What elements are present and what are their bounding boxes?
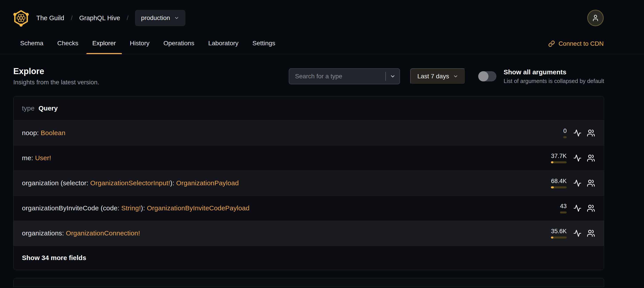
field-count-block: 0 [563,128,567,138]
main-content: Explore Insights from the latest version… [13,67,604,287]
user-avatar[interactable] [587,10,604,26]
page-title: Explore [13,67,99,76]
tab-checks[interactable]: Checks [52,34,84,54]
field-usage-bar-fill [551,161,553,163]
date-range-button[interactable]: Last 7 days [410,68,466,84]
field-signature: me: User! [22,154,51,162]
tab-settings[interactable]: Settings [246,34,281,54]
field-count-block: 43 [560,203,567,213]
users-icon[interactable] [587,154,595,162]
activity-pulse-icon[interactable] [573,204,582,212]
field-usage-bar [563,136,567,138]
field-count: 0 [563,128,567,134]
field-text: noop: [22,129,41,136]
tab-label: Operations [163,40,194,47]
field-text: me: [22,154,35,162]
field-usage: 43 [538,203,595,213]
chevron-down-icon [453,74,458,79]
tab-schema[interactable]: Schema [14,34,50,54]
hive-logo-icon[interactable] [12,9,30,27]
field-list: noop: Boolean 0 me: User! [14,121,604,246]
field-type-link[interactable]: User! [35,154,51,162]
field-count-column: 43 [538,203,567,213]
tab-label: Explorer [92,40,116,47]
field-usage-bar [560,211,567,213]
users-icon[interactable] [587,129,595,137]
field-count-column: 35.6K [538,228,567,238]
show-all-arguments-toggle[interactable] [478,71,496,81]
type-card-query: type Query noop: Boolean 0 me: [13,96,604,270]
field-text: organization (selector: [22,179,90,187]
users-icon[interactable] [587,179,595,187]
tab-label: Settings [252,40,275,47]
field-count-block: 35.6K [551,228,567,238]
tab-label: Laboratory [208,40,238,47]
field-row[interactable]: organization (selector: OrganizationSele… [14,171,604,196]
field-usage-bar-fill [551,186,554,188]
field-count-column: 68.4K [538,178,567,188]
toggle-hint: List of arguments is collapsed by defaul… [504,78,604,84]
field-count: 37.7K [551,153,567,160]
toolbar-controls: Last 7 days Show all arguments List of a… [289,68,604,84]
field-usage-bar [551,186,567,188]
chevron-down-icon [174,15,179,21]
page-subtitle: Insights from the latest version. [13,79,99,86]
field-text: ): [170,179,176,187]
field-signature: organizations: OrganizationConnection! [22,229,140,237]
link-icon [548,40,555,47]
breadcrumb-separator: / [127,15,128,22]
tab-bar-tabs: Schema Checks Explorer History Operation… [14,34,283,54]
field-row[interactable]: noop: Boolean 0 [14,121,604,146]
tab-label: Checks [58,40,78,47]
chevron-down-icon[interactable] [390,74,396,79]
field-usage: 37.7K [538,153,595,163]
field-type-link[interactable]: OrganizationByInviteCodePayload [147,204,250,212]
field-type-link[interactable]: String! [121,204,141,212]
field-signature: organization (selector: OrganizationSele… [22,179,239,187]
field-type-link[interactable]: OrganizationConnection! [66,229,140,237]
activity-pulse-icon[interactable] [573,229,582,237]
breadcrumb-org[interactable]: The Guild [36,15,64,22]
connect-to-cdn-label: Connect to CDN [558,40,604,47]
tab-operations[interactable]: Operations [157,34,200,54]
field-signature: noop: Boolean [22,129,66,137]
field-count: 35.6K [551,228,567,235]
type-search-input[interactable] [295,73,383,80]
field-type-link[interactable]: OrganizationSelectorInput! [90,179,170,187]
explore-heading-block: Explore Insights from the latest version… [13,67,99,86]
users-icon[interactable] [587,204,595,212]
type-search-combobox[interactable] [289,68,400,84]
field-row[interactable]: organizationByInviteCode (code: String!)… [14,196,604,221]
person-icon [592,14,599,22]
breadcrumb-project[interactable]: GraphQL Hive [79,15,120,22]
field-type-link[interactable]: OrganizationPayload [176,179,239,187]
tab-explorer[interactable]: Explorer [86,34,122,54]
field-usage-bar-fill [551,236,553,238]
type-kind-label: type [22,105,34,112]
field-count: 68.4K [551,178,567,185]
field-row[interactable]: me: User! 37.7K [14,146,604,171]
field-type-link[interactable]: Boolean [41,129,66,136]
explore-toolbar: Explore Insights from the latest version… [13,67,604,86]
target-selector-button[interactable]: production [135,10,186,26]
combobox-divider [386,72,386,81]
target-selector-value: production [141,15,170,22]
activity-pulse-icon[interactable] [573,179,582,187]
users-icon[interactable] [587,229,595,237]
field-count-block: 68.4K [551,178,567,188]
field-row[interactable]: organizations: OrganizationConnection! 3… [14,221,604,246]
field-count-column: 37.7K [538,153,567,163]
show-more-fields-button[interactable]: Show 34 more fields [14,246,604,270]
field-usage-bar [551,236,567,238]
field-text: organizationByInviteCode (code: [22,204,121,212]
tab-history[interactable]: History [124,34,156,54]
activity-pulse-icon[interactable] [573,129,582,137]
connect-to-cdn-button[interactable]: Connect to CDN [548,40,604,54]
tab-laboratory[interactable]: Laboratory [202,34,244,54]
next-type-card-stub [13,278,604,287]
date-range-value: Last 7 days [417,73,449,80]
type-name: Query [38,105,58,112]
tab-bar: Schema Checks Explorer History Operation… [0,34,644,54]
header: The Guild / GraphQL Hive / production [0,0,644,28]
activity-pulse-icon[interactable] [573,154,582,162]
